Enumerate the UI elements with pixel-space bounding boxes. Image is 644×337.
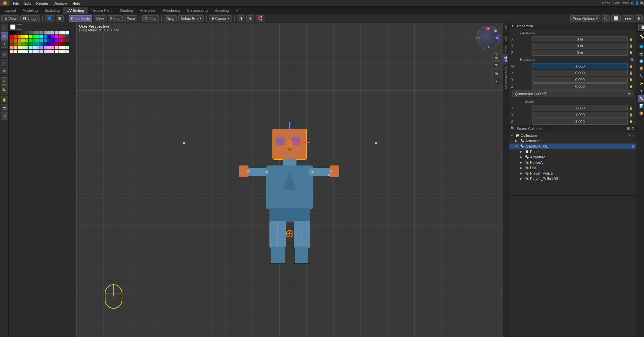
menu-window[interactable]: Window — [51, 0, 70, 6]
bone-panel-editor-btn[interactable]: 📋 — [638, 24, 644, 31]
prop-icon-world[interactable]: 🌍 — [638, 58, 644, 64]
nav-gizmo[interactable]: Z X -X -Z Y — [476, 26, 500, 49]
prop-icon-object[interactable]: 📦 — [638, 65, 644, 72]
btn-gizmo[interactable]: ⊕ — [635, 15, 643, 22]
btn-xray[interactable]: ⬜ — [611, 15, 621, 22]
tab-add[interactable]: + — [232, 7, 241, 14]
color-swatch[interactable] — [55, 42, 58, 46]
vtab-screencast-keys[interactable]: Screencast Keys — [503, 64, 508, 91]
color-swatch[interactable] — [25, 46, 28, 49]
color-swatch[interactable] — [29, 50, 32, 53]
color-swatch[interactable] — [66, 31, 69, 34]
color-swatch[interactable] — [21, 31, 25, 34]
vp-btn-camera[interactable]: 📷 — [493, 61, 500, 69]
loc-y-field[interactable]: 0 m — [532, 43, 628, 49]
color-swatch[interactable] — [55, 46, 58, 49]
color-swatch[interactable] — [47, 31, 51, 34]
color-swatch[interactable] — [51, 46, 54, 49]
color-swatch[interactable] — [44, 46, 47, 49]
color-swatch[interactable] — [25, 50, 28, 53]
color-swatch[interactable] — [36, 31, 40, 34]
prop-icon-particles[interactable]: ✨ — [638, 80, 644, 87]
color-swatch[interactable] — [58, 31, 62, 34]
outliner-item-pose[interactable]: ▶ 📋 Pose — [509, 149, 636, 154]
color-swatch[interactable] — [21, 38, 25, 42]
color-swatch[interactable] — [25, 38, 28, 42]
tool-transform[interactable]: ⊕ — [1, 67, 8, 74]
color-swatch[interactable] — [25, 42, 28, 46]
btn-overlays[interactable]: ⬡ — [602, 15, 610, 22]
color-swatch[interactable] — [66, 38, 69, 42]
btn-header-pose[interactable]: Pose — [124, 15, 137, 22]
tab-shading[interactable]: Shading — [116, 7, 136, 14]
tab-modeling[interactable]: Modeling — [19, 7, 41, 14]
rotation-mode-dropdown[interactable]: Quaternion (WXYZ) ▾ — [512, 90, 633, 97]
color-swatch[interactable] — [44, 35, 47, 38]
tab-rendering[interactable]: Rendering — [160, 7, 184, 14]
rot-x-lock[interactable]: 🔒 — [628, 71, 633, 75]
menu-help[interactable]: Help — [70, 0, 83, 6]
color-swatch[interactable] — [55, 50, 58, 53]
color-swatch[interactable] — [58, 50, 62, 53]
menu-blender[interactable]: 🔶 — [0, 0, 10, 6]
scale-x-field[interactable]: 1.000 — [532, 105, 628, 111]
vp-btn-object[interactable]: 🎭 — [493, 70, 500, 77]
prop-icon-physics[interactable]: ⚗ — [638, 87, 644, 94]
color-swatch[interactable] — [51, 42, 54, 46]
color-swatch[interactable] — [29, 31, 32, 34]
color-swatch[interactable] — [32, 35, 36, 38]
color-swatch[interactable] — [18, 35, 21, 38]
color-swatch[interactable] — [51, 38, 54, 42]
loc-y-lock[interactable]: 🔒 — [628, 44, 633, 48]
color-swatch[interactable] — [40, 35, 43, 38]
color-swatch[interactable] — [14, 35, 17, 38]
color-swatch[interactable] — [10, 38, 14, 42]
scale-y-lock[interactable]: 🔒 — [628, 112, 633, 117]
color-swatch[interactable] — [44, 42, 47, 46]
color-swatch[interactable] — [21, 35, 25, 38]
tool-move[interactable]: ✛ — [1, 40, 8, 48]
color-swatch[interactable] — [62, 38, 66, 42]
btn-select-box[interactable]: Select Box ▾ — [178, 15, 204, 22]
tool-zoom-cam[interactable]: 📷 — [1, 104, 8, 111]
tool-cursor[interactable]: ↖ — [1, 24, 8, 31]
rot-z-field[interactable]: 0.000 — [532, 83, 628, 89]
color-swatch[interactable] — [18, 50, 21, 53]
tab-uv-editing[interactable]: UV Editing — [63, 7, 88, 14]
color-swatch[interactable] — [40, 50, 43, 53]
color-swatch[interactable] — [10, 42, 14, 46]
color-swatch[interactable] — [40, 46, 43, 49]
prop-icon-modifiers[interactable]: 🔧 — [638, 73, 644, 79]
filter-icon[interactable]: ⊟ — [627, 126, 630, 131]
color-swatch[interactable] — [36, 42, 40, 46]
color-swatch[interactable] — [18, 42, 21, 46]
color-swatch[interactable] — [18, 38, 21, 42]
color-swatch[interactable] — [32, 42, 36, 46]
color-swatch[interactable] — [62, 35, 66, 38]
vtab-item[interactable]: Item — [503, 23, 508, 33]
outliner-options-icon[interactable]: ⚙ — [631, 126, 635, 131]
color-swatch[interactable] — [58, 46, 62, 49]
outliner-item-policea[interactable]: ▶ 🎭 PoliceA — [509, 160, 636, 165]
btn-drag[interactable]: Drag — [164, 15, 177, 22]
btn-image[interactable]: 🖼 Image — [20, 15, 40, 22]
color-swatch[interactable] — [25, 31, 28, 34]
color-swatch[interactable] — [40, 42, 43, 46]
color-swatch[interactable] — [66, 46, 69, 49]
color-swatch[interactable] — [14, 46, 17, 49]
tool-pan[interactable]: ✋ — [1, 96, 8, 103]
tab-sculpting[interactable]: Sculpting — [41, 7, 63, 14]
color-swatch[interactable] — [47, 42, 51, 46]
loc-x-field[interactable]: 0 m — [532, 36, 628, 42]
color-swatch[interactable] — [44, 31, 47, 34]
vp-btn-lock[interactable]: 🔒 — [493, 53, 500, 61]
loc-z-lock[interactable]: 🔒 — [628, 50, 633, 55]
color-swatch[interactable] — [10, 50, 14, 53]
color-swatch[interactable] — [25, 35, 28, 38]
scale-z-lock[interactable]: 🔒 — [628, 119, 633, 124]
btn-proportional[interactable]: ⊙ — [246, 15, 254, 22]
rot-y-field[interactable]: 0.000 — [532, 77, 628, 83]
color-swatch[interactable] — [36, 46, 40, 49]
vtab-view[interactable]: View — [503, 43, 508, 54]
color-swatch[interactable] — [44, 50, 47, 53]
